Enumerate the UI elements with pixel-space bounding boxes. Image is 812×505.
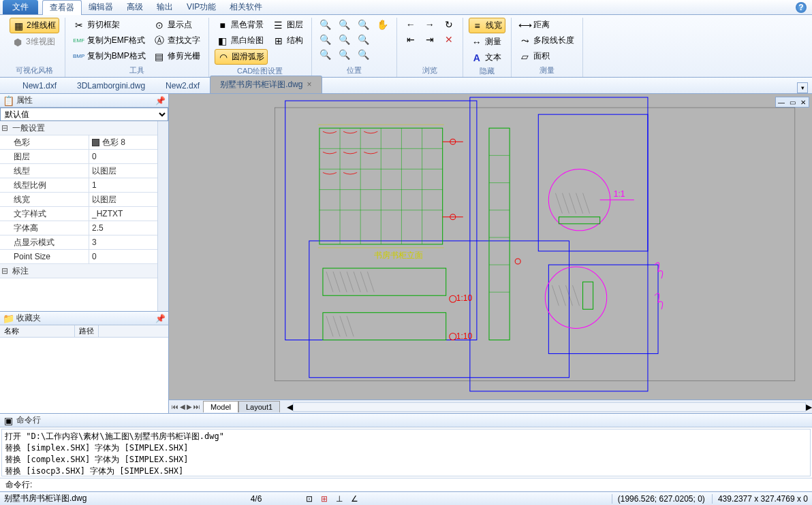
fav-col-path[interactable]: 路径 [75,325,99,337]
btn-zoom5[interactable]: 🔍 [337,33,353,46]
prop-row-lineweight[interactable]: 线宽以图层 [0,193,168,207]
prop-section-dim[interactable]: ⊟标注 [0,264,168,278]
layout-last-icon[interactable]: ⏭ [193,403,200,410]
horizontal-scrollbar[interactable]: ◀▶ [287,402,812,412]
props-icon: 📋 [3,95,14,106]
prop-row-layer[interactable]: 图层0 [0,150,168,164]
statusbar: 别墅书房书柜详图.dwg 4/6 ⊡ ⊞ ⊥ ∠ (1996.526; 627.… [0,491,812,505]
menu-vip[interactable]: VIP功能 [180,0,223,14]
tab-new1[interactable]: New1.dxf [12,78,67,93]
btn-black-bg[interactable]: ■黑色背景 [215,18,268,32]
prop-row-color[interactable]: 色彩色彩 8 [0,135,168,150]
help-icon[interactable]: ? [796,2,807,13]
canvas-area: — ▭ ✕ [169,94,812,413]
ribbon-label-position: 位置 [317,64,391,77]
btn-show-points[interactable]: ⊙显示点 [151,18,203,32]
btn-zoom4[interactable]: 🔍 [337,18,353,31]
prop-row-ltscale[interactable]: 线型比例1 [0,178,168,193]
prop-row-textstyle[interactable]: 文字样式_HZTXT [0,207,168,221]
menu-related[interactable]: 相关软件 [223,0,269,14]
btn-last[interactable]: ⇥ [422,33,438,46]
btn-pan[interactable]: ✋ [375,18,391,31]
svg-rect-22 [323,268,446,295]
pin-icon[interactable]: 📌 [155,96,166,105]
fav-col-name[interactable]: 名称 [0,325,75,337]
btn-copy-bmp[interactable]: BMP复制为BMP格式 [71,49,149,63]
layout-tab-model[interactable]: Model [203,401,238,412]
ribbon: ▦2维线框 ⬢3维视图 可视化风格 ✂剪切框架 EMF复制为EMF格式 BMP复… [0,15,812,78]
favorites-header: 📁 收藏夹 📌 [0,312,168,325]
properties-scrollbar[interactable] [157,121,168,311]
btn-measure[interactable]: ↔测量 [469,35,505,49]
zoom-icon: 🔍 [339,49,350,60]
commandline-input[interactable] [32,479,812,491]
btn-layers[interactable]: ☰图层 [270,18,306,32]
btn-next[interactable]: → [422,18,438,31]
ribbon-label-visual: 可视化风格 [10,64,59,77]
btn-zoom7[interactable]: 🔍 [356,18,372,31]
btn-distance[interactable]: ⟷距离 [517,18,577,32]
layout-tabs: ⏮ ◀ ▶ ⏭ Model Layout1 ◀▶ [169,400,812,413]
ribbon-group-visual: ▦2维线框 ⬢3维视图 可视化风格 [4,18,65,77]
btn-polyline-len[interactable]: ⤳多段线长度 [517,33,577,48]
btn-zoom8[interactable]: 🔍 [356,33,372,46]
btn-zoom6[interactable]: 🔍 [337,48,353,61]
btn-prev[interactable]: ← [403,18,419,31]
polar-icon[interactable]: ∠ [349,493,360,504]
close-icon[interactable]: × [307,80,311,89]
pin-icon[interactable]: 📌 [155,314,166,323]
btn-trim-raster[interactable]: ▤修剪光栅 [151,49,203,63]
prop-row-pointmode[interactable]: 点显示模式3 [0,235,168,250]
btn-copy-emf[interactable]: EMF复制为EMF格式 [71,33,149,48]
cylinder-icon: ⬢ [12,37,23,48]
menu-viewer[interactable]: 查看器 [42,0,82,15]
ortho-icon[interactable]: ⊥ [334,493,345,504]
ribbon-group-hide: ≡线宽 ↔测量 A文本 隐藏 [463,18,512,77]
prop-row-linetype[interactable]: 线型以图层 [0,164,168,178]
layout-prev-icon[interactable]: ◀ [180,403,185,410]
btn-area[interactable]: ▱面积 [517,49,577,63]
last-icon: ⇥ [424,34,435,45]
btn-2d-wireframe[interactable]: ▦2维线框 [10,18,59,33]
tab-new2[interactable]: New2.dxf [155,78,210,93]
btn-del[interactable]: ✕ [441,33,457,46]
btn-smooth-arc[interactable]: ◠圆滑弧形 [215,49,268,65]
btn-zoom3[interactable]: 🔍 [317,48,334,61]
prop-section-general[interactable]: ⊟一般设置 [0,121,168,135]
menu-output[interactable]: 输出 [150,0,180,14]
btn-refresh[interactable]: ↻ [441,18,457,31]
btn-3d-view[interactable]: ⬢3维视图 [10,35,59,49]
drawing-canvas[interactable]: 1:10 1:10 书房书柜立面 1:1 [169,94,812,400]
menu-file[interactable]: 文件 [3,0,38,14]
btn-zoom9[interactable]: 🔍 [356,48,372,61]
btn-text[interactable]: A文本 [469,50,505,65]
tab-overflow[interactable]: ▾ [797,82,808,93]
btn-clip-frame[interactable]: ✂剪切框架 [71,18,149,32]
tab-villa[interactable]: 别墅书房书柜详图.dwg× [210,76,322,93]
layout-tab-layout1[interactable]: Layout1 [238,401,280,412]
menu-editor[interactable]: 编辑器 [82,0,120,14]
layout-next-icon[interactable]: ▶ [187,403,192,410]
prop-row-pointsize[interactable]: Point Size0 [0,250,168,264]
ribbon-group-cad: ■黑色背景 ◧黑白绘图 ◠圆滑弧形 ☰图层 ⊞结构 CAD绘图设置 [209,18,312,77]
tab-lamborgini[interactable]: 3DLamborgini.dwg [67,78,155,93]
properties-selector[interactable]: 默认值 [0,108,168,121]
menu-advanced[interactable]: 高级 [120,0,150,14]
btn-structure[interactable]: ⊞结构 [270,33,306,48]
favorites-title: 收藏夹 [16,312,153,324]
btn-linewidth[interactable]: ≡线宽 [469,18,505,33]
svg-rect-38 [559,217,599,224]
btn-find-text[interactable]: Ⓐ查找文字 [151,33,203,48]
prop-row-textheight[interactable]: 字体高2.5 [0,221,168,235]
arc-icon: ◠ [218,52,229,63]
btn-first[interactable]: ⇤ [403,33,419,46]
btn-bw-draw[interactable]: ◧黑白绘图 [215,33,268,48]
svg-point-41 [545,267,606,328]
snap-icon[interactable]: ⊡ [304,493,315,504]
btn-zoom1[interactable]: 🔍 [317,18,334,31]
layout-first-icon[interactable]: ⏮ [172,403,178,410]
grid-icon[interactable]: ⊞ [319,493,330,504]
zoom-icon: 🔍 [358,34,369,45]
ruler-icon: ↔ [471,37,482,48]
btn-zoom2[interactable]: 🔍 [317,33,334,46]
